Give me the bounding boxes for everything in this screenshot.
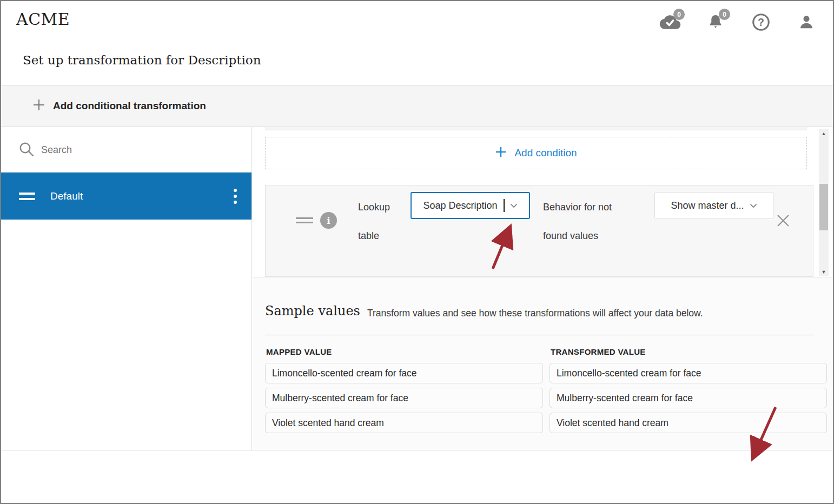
plus-icon (32, 98, 45, 114)
mapped-value-cell: Mulberry-scented cream for face (265, 388, 543, 408)
chevron-down-icon (510, 201, 518, 210)
behavior-select[interactable]: Show master d... (654, 192, 773, 219)
sidebar-search (1, 127, 251, 173)
transformed-value-cell: Mulberry-scented cream for face (550, 388, 827, 408)
header: ACME Set up transformation for Descripti… (1, 1, 833, 85)
app-window: ACME Set up transformation for Descripti… (0, 0, 834, 504)
behavior-label: Behavior for not found values (543, 185, 630, 250)
sample-values-heading: Sample values (265, 303, 360, 319)
user-menu-button[interactable] (795, 11, 818, 34)
lookup-table-select[interactable]: Soap Description (411, 192, 530, 219)
sample-values-description: Transform values and see how these trans… (367, 308, 703, 319)
footer: Cancel Transform values (1, 450, 833, 504)
vertical-scrollbar[interactable]: ▲ ▼ (819, 129, 829, 276)
notifications-button[interactable]: 0 (704, 11, 727, 34)
sidebar: Default (1, 127, 252, 450)
lookup-table-label: Lookup table (358, 185, 401, 250)
user-icon (797, 13, 816, 31)
brand-logo: ACME (16, 10, 70, 29)
sidebar-item-default[interactable]: Default (1, 173, 251, 220)
transformed-value-cell: Violet scented hand cream (550, 413, 827, 433)
tasks-button[interactable]: 0 (659, 11, 681, 34)
transformation-row: i Lookup table Soap Description Behavior… (265, 185, 813, 277)
notifications-badge: 0 (719, 9, 730, 20)
kebab-menu-icon[interactable] (230, 189, 241, 204)
remove-row-button[interactable] (776, 213, 791, 228)
scrolled-element-edge (265, 127, 807, 130)
lookup-table-value: Soap Description (423, 200, 497, 211)
conditions-panel: Add condition i Lookup table Soap Descri… (253, 127, 834, 277)
divider (265, 335, 813, 335)
drag-handle-icon[interactable] (19, 189, 35, 203)
toolbar: Add conditional transformation (1, 85, 833, 127)
mapped-value-cell: Violet scented hand cream (265, 413, 543, 433)
behavior-value: Show master d... (671, 200, 744, 211)
help-icon: ? (751, 12, 771, 32)
scrollbar-thumb[interactable] (819, 184, 828, 230)
text-cursor (504, 199, 505, 212)
plus-icon (495, 146, 507, 160)
transformed-value-cell: Limoncello-scented cream for face (550, 363, 827, 383)
tasks-badge: 0 (673, 9, 685, 20)
help-button[interactable]: ? (750, 11, 772, 34)
add-condition-label: Add condition (514, 147, 577, 159)
info-icon[interactable]: i (320, 212, 337, 229)
header-icon-group: 0 0 ? (659, 11, 818, 34)
scroll-up-button[interactable]: ▲ (819, 129, 829, 138)
mapped-value-cell: Limoncello-scented cream for face (265, 363, 543, 383)
scroll-down-button[interactable]: ▼ (819, 268, 829, 276)
page-title: Set up transformation for Description (23, 53, 261, 67)
svg-text:?: ? (758, 16, 764, 28)
add-conditional-transformation-button[interactable]: Add conditional transformation (32, 98, 206, 114)
transformed-value-header: TRANSFORMED VALUE (551, 347, 646, 356)
close-icon (776, 221, 791, 230)
add-condition-button[interactable]: Add condition (265, 137, 807, 169)
search-input[interactable] (41, 140, 225, 160)
sample-values-panel: Sample values Transform values and see h… (253, 277, 834, 450)
mapped-value-header: MAPPED VALUE (266, 347, 332, 356)
chevron-down-icon (750, 201, 757, 210)
sidebar-item-label: Default (50, 190, 83, 202)
add-conditional-transformation-label: Add conditional transformation (53, 100, 206, 112)
drag-handle-icon[interactable] (296, 215, 313, 226)
